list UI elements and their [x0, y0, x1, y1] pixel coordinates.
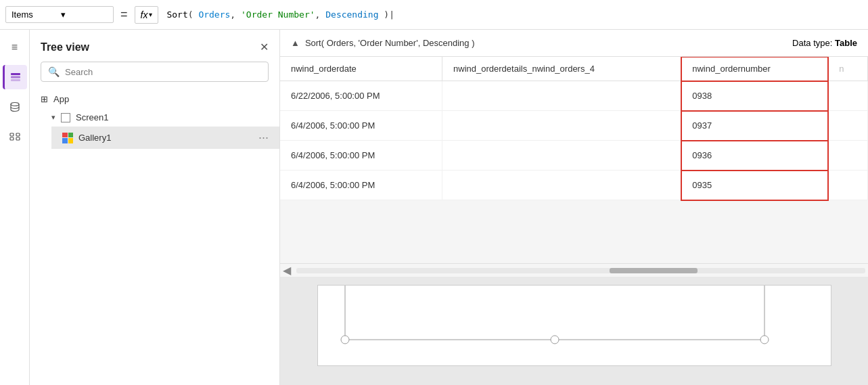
horizontal-scrollbar[interactable]: ◀ — [280, 263, 868, 277]
svg-rect-4 — [10, 133, 14, 136]
table-row: 6/4/2006, 5:00:00 PM 0936 — [280, 141, 868, 171]
tree-title: Tree view — [41, 41, 89, 53]
formula-ordernum-param: 'Order Number' — [241, 9, 315, 20]
app-icon: ⊞ — [41, 94, 48, 104]
cell-extra-0 — [828, 81, 868, 111]
svg-point-3 — [11, 103, 19, 106]
table-header-row: nwind_orderdate nwind_orderdetails_nwind… — [280, 57, 868, 81]
cell-date-1: 6/4/2006, 5:00:00 PM — [280, 111, 442, 141]
scroll-left-icon[interactable]: ◀ — [280, 264, 294, 277]
hamburger-menu-button[interactable]: ≡ — [3, 35, 27, 60]
data-area: ▲ Sort( Orders, 'Order Number', Descendi… — [280, 30, 868, 385]
dropdown-arrow-icon: ▾ — [61, 9, 108, 20]
tree-header: Tree view ✕ — [30, 30, 279, 62]
screen1-label: Screen1 — [76, 112, 108, 122]
col-ordernumber: nwind_ordernumber — [681, 57, 828, 81]
svg-point-13 — [760, 336, 769, 344]
fx-button[interactable]: fx ▾ — [135, 6, 159, 24]
cell-details-3 — [442, 171, 681, 200]
gallery-icon — [62, 133, 73, 143]
search-box[interactable]: 🔍 — [41, 62, 269, 82]
icon-sidebar: ≡ — [0, 30, 30, 385]
tree-close-button[interactable]: ✕ — [260, 41, 269, 53]
cell-details-2 — [442, 141, 681, 171]
col-extra: n — [828, 57, 868, 81]
formula-desc-param: Descending — [325, 9, 384, 20]
svg-rect-7 — [16, 137, 20, 140]
tree-item-screen1[interactable]: ▾ Screen1 — [41, 108, 279, 127]
canvas-area — [280, 277, 868, 385]
cell-date-0: 6/22/2006, 5:00:00 PM — [280, 81, 442, 111]
tree-item-gallery1[interactable]: Gallery1 ··· — [51, 127, 279, 149]
result-bar: ▲ Sort( Orders, 'Order Number', Descendi… — [280, 30, 868, 57]
cell-ordernumber-3: 0935 — [681, 171, 828, 200]
gallery1-label: Gallery1 — [78, 133, 111, 143]
fx-label: fx — [141, 9, 148, 20]
svg-rect-0 — [11, 73, 20, 75]
svg-point-12 — [551, 336, 559, 344]
col-orderdetails: nwind_orderdetails_nwind_orders_4 — [442, 57, 681, 81]
svg-rect-6 — [10, 137, 14, 140]
screen-icon — [61, 113, 70, 122]
chevron-down-icon: ▾ — [51, 113, 55, 122]
svg-rect-5 — [16, 133, 20, 136]
search-icon: 🔍 — [48, 66, 60, 77]
search-input[interactable] — [65, 67, 261, 77]
cell-details-0 — [442, 81, 681, 111]
layers-button[interactable] — [3, 65, 27, 89]
cell-ordernumber-2: 0936 — [681, 141, 828, 171]
cell-details-1 — [442, 111, 681, 141]
scrollbar-track[interactable] — [296, 268, 865, 273]
data-table: nwind_orderdate nwind_orderdetails_nwind… — [280, 57, 868, 200]
scrollbar-thumb[interactable] — [610, 268, 698, 273]
table-row: 6/4/2006, 5:00:00 PM 0937 — [280, 111, 868, 141]
svg-rect-2 — [11, 79, 20, 81]
main-area: ≡ Tree view — [0, 30, 868, 385]
cell-date-3: 6/4/2006, 5:00:00 PM — [280, 171, 442, 200]
tree-panel: Tree view ✕ 🔍 ⊞ App ▾ Screen1 Gallery1 ·… — [30, 30, 280, 385]
top-bar: Items ▾ = fx ▾ Sort( Orders, 'Order Numb… — [0, 0, 868, 30]
tree-item-app[interactable]: ⊞ App — [30, 90, 279, 108]
collapse-icon[interactable]: ▲ — [291, 38, 300, 48]
items-label: Items — [12, 9, 58, 20]
cell-extra-3 — [828, 171, 868, 200]
svg-point-11 — [341, 336, 349, 344]
col-orderdate: nwind_orderdate — [280, 57, 442, 81]
cell-date-2: 6/4/2006, 5:00:00 PM — [280, 141, 442, 171]
app-label: App — [53, 94, 69, 104]
cell-extra-1 — [828, 111, 868, 141]
table-row: 6/4/2006, 5:00:00 PM 0935 — [280, 171, 868, 200]
items-dropdown[interactable]: Items ▾ — [5, 6, 114, 23]
datatype-value: Table — [835, 38, 857, 48]
data-table-wrapper[interactable]: nwind_orderdate nwind_orderdetails_nwind… — [280, 57, 868, 263]
formula-orders-param: Orders — [198, 9, 230, 20]
formula-input-area[interactable]: Sort( Orders, 'Order Number', Descending… — [161, 9, 863, 20]
cell-ordernumber-0: 0938 — [681, 81, 828, 111]
canvas-content[interactable] — [317, 285, 831, 366]
result-formula: Sort( Orders, 'Order Number', Descending… — [305, 38, 475, 48]
formula-sort-keyword: Sort — [166, 9, 187, 20]
database-button[interactable] — [3, 95, 27, 119]
more-options-icon[interactable]: ··· — [258, 131, 269, 145]
tools-button[interactable] — [3, 124, 27, 149]
fx-arrow-icon: ▾ — [149, 11, 152, 18]
cell-ordernumber-1: 0937 — [681, 111, 828, 141]
equals-sign: = — [116, 7, 132, 22]
svg-rect-1 — [11, 76, 20, 78]
table-row: 6/22/2006, 5:00:00 PM 0938 — [280, 81, 868, 111]
selection-handles — [318, 286, 831, 365]
cell-extra-2 — [828, 141, 868, 171]
datatype-label: Data type: Table — [792, 38, 857, 48]
